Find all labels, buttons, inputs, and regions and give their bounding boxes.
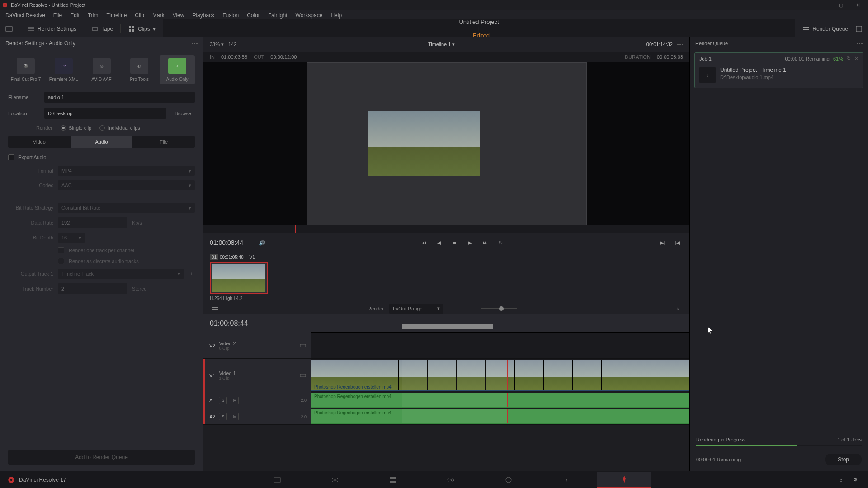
track-head-a2[interactable]: A2 S M 2.0 xyxy=(203,408,311,424)
track-body-a1[interactable]: Photoshop Regenbogen erstellen.mp4 xyxy=(311,392,689,408)
play-button[interactable]: ▶ xyxy=(464,237,475,248)
volume-button[interactable]: 🔊 xyxy=(257,237,268,248)
tab-file[interactable]: File xyxy=(132,136,195,148)
preset-audio-only[interactable]: ♪Audio Only xyxy=(160,55,195,84)
render-queue-toggle[interactable]: Render Queue xyxy=(802,25,848,33)
menu-clip[interactable]: Clip xyxy=(131,11,148,20)
zoom-in-button[interactable]: + xyxy=(523,306,525,311)
playhead-icon xyxy=(295,225,296,233)
mute-button[interactable]: M xyxy=(231,397,239,404)
step-back-button[interactable]: ◀ xyxy=(434,237,444,248)
minimize-button[interactable]: ─ xyxy=(816,0,832,9)
render-job[interactable]: Job 1 00:00:01 Remaining 61% ↻ ✕ ♪ Untit… xyxy=(694,52,863,88)
next-clip-button[interactable]: ⏭ xyxy=(480,237,491,248)
radio-individual-clips[interactable]: Individual clips xyxy=(99,125,140,131)
tab-video[interactable]: Video xyxy=(8,136,71,148)
format-select[interactable]: MP4▾ xyxy=(58,166,195,176)
bitdepth-select[interactable]: 16▾ xyxy=(58,233,85,243)
radio-single-clip[interactable]: Single clip xyxy=(61,125,91,131)
close-button[interactable]: ✕ xyxy=(850,0,866,9)
page-fairlight[interactable]: ♪ xyxy=(539,472,594,488)
stop-button[interactable]: ■ xyxy=(449,237,460,248)
clip-thumbnail[interactable] xyxy=(210,262,268,294)
add-track-button[interactable]: + xyxy=(189,271,195,277)
discrete-checkbox[interactable] xyxy=(58,258,64,264)
page-fusion[interactable] xyxy=(424,472,478,488)
audio-clip[interactable]: Photoshop Regenbogen erstellen.mp4 xyxy=(311,409,689,424)
preset-premiere[interactable]: PrPremiere XML xyxy=(46,55,81,84)
zoom-out-button[interactable]: − xyxy=(472,306,475,311)
datarate-input[interactable] xyxy=(58,217,127,228)
in-out-range[interactable] xyxy=(402,324,493,329)
location-input[interactable] xyxy=(44,108,166,119)
track-number-input[interactable] xyxy=(58,283,127,294)
preset-avid[interactable]: ◎AVID AAF xyxy=(84,55,119,84)
render-range-select[interactable]: In/Out Range▾ xyxy=(389,304,443,314)
track-toggle-icon[interactable] xyxy=(299,342,307,349)
goto-end-button[interactable]: ▶| xyxy=(657,237,668,248)
expand-button[interactable] xyxy=(855,25,863,33)
preset-protools[interactable]: ◐Pro Tools xyxy=(122,55,157,84)
output-track-select[interactable]: Timeline Track▾ xyxy=(58,269,184,279)
clips-toggle[interactable]: Clips ▾ xyxy=(128,25,156,33)
project-settings-button[interactable]: ⚙ xyxy=(850,474,861,485)
track-body-v1[interactable]: Photoshop Regenbogen erstellen.mp4 xyxy=(311,359,689,392)
menu-edit[interactable]: Edit xyxy=(66,11,83,20)
solo-button[interactable]: S xyxy=(219,397,227,404)
menu-timeline[interactable]: Timeline xyxy=(103,11,130,20)
audio-clip[interactable]: Photoshop Regenbogen erstellen.mp4 xyxy=(311,393,689,408)
zoom-select[interactable]: 33% ▾ xyxy=(210,42,224,47)
timeline-view-button[interactable] xyxy=(210,303,221,314)
render-settings-toggle[interactable]: Render Settings xyxy=(28,25,76,33)
tab-audio[interactable]: Audio xyxy=(71,136,133,148)
scrubber[interactable] xyxy=(210,225,683,233)
home-button[interactable]: ⌂ xyxy=(835,474,846,485)
prev-clip-button[interactable]: ⏮ xyxy=(418,237,429,248)
panel-menu-button[interactable] xyxy=(857,43,863,44)
deliver-icon[interactable] xyxy=(5,25,13,33)
page-deliver[interactable] xyxy=(597,472,651,488)
export-audio-label: Export Audio xyxy=(18,155,46,160)
timeline-ruler[interactable] xyxy=(311,314,689,333)
browse-button[interactable]: Browse xyxy=(171,111,195,116)
track-head-v1[interactable]: V1 Video 1 1 Clip xyxy=(203,359,311,392)
job-cancel-button[interactable]: ↻ xyxy=(847,56,851,61)
codec-select[interactable]: AAC▾ xyxy=(58,180,195,190)
bitrate-strategy-select[interactable]: Constant Bit Rate▾ xyxy=(58,203,195,213)
track-toggle-icon[interactable] xyxy=(299,372,307,379)
track-body-a2[interactable]: Photoshop Regenbogen erstellen.mp4 xyxy=(311,408,689,424)
zoom-slider[interactable] xyxy=(481,308,517,309)
goto-start-button[interactable]: |◀ xyxy=(672,237,683,248)
in-timecode: 01:00:03:58 xyxy=(221,54,247,60)
preset-fcp7[interactable]: 🎬Final Cut Pro 7 xyxy=(8,55,43,84)
viewer[interactable] xyxy=(203,62,689,225)
clips-icon xyxy=(128,25,135,33)
video-clip[interactable]: Photoshop Regenbogen erstellen.mp4 xyxy=(311,360,689,391)
audio-meter-button[interactable]: ♪ xyxy=(672,303,683,314)
track-head-v2[interactable]: V2 Video 2 0 Clip xyxy=(203,333,311,358)
menu-trim[interactable]: Trim xyxy=(84,11,102,20)
timeline-name[interactable]: Timeline 1 ▾ xyxy=(428,42,455,47)
add-to-render-queue-button[interactable]: Add to Render Queue xyxy=(8,450,195,465)
job-close-button[interactable]: ✕ xyxy=(854,56,859,61)
export-audio-checkbox[interactable] xyxy=(8,154,14,160)
filename-input[interactable] xyxy=(44,92,195,103)
viewer-menu-button[interactable] xyxy=(677,44,683,45)
menu-file[interactable]: File xyxy=(50,11,66,20)
solo-button[interactable]: S xyxy=(219,413,227,420)
mute-button[interactable]: M xyxy=(231,413,239,420)
page-cut[interactable] xyxy=(308,472,362,488)
menu-davinci[interactable]: DaVinci Resolve xyxy=(2,11,49,20)
track-body-v2[interactable] xyxy=(311,333,689,358)
render-queue-panel: Render Queue Job 1 00:00:01 Remaining 61… xyxy=(689,37,868,471)
one-track-checkbox[interactable] xyxy=(58,247,64,253)
maximize-button[interactable]: ▢ xyxy=(833,0,849,9)
page-edit[interactable] xyxy=(366,472,420,488)
loop-button[interactable]: ↻ xyxy=(495,237,506,248)
page-color[interactable] xyxy=(481,472,536,488)
tape-toggle[interactable]: Tape xyxy=(91,25,113,33)
page-media[interactable] xyxy=(250,472,304,488)
stop-render-button[interactable]: Stop xyxy=(825,454,862,465)
panel-menu-button[interactable] xyxy=(192,43,198,44)
track-head-a1[interactable]: A1 S M 2.0 xyxy=(203,392,311,408)
